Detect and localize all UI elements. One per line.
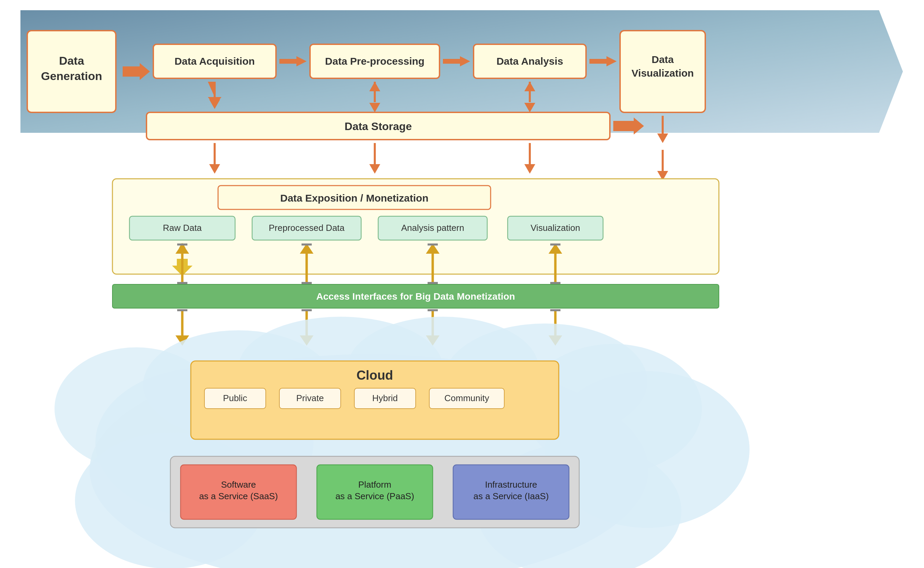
svg-text:as a Service (PaaS): as a Service (PaaS) <box>335 491 414 501</box>
raw-data-label: Raw Data <box>163 223 202 233</box>
cloud-private-label: Private <box>296 393 324 403</box>
svg-rect-71 <box>550 309 561 311</box>
svg-rect-65 <box>301 309 312 311</box>
svg-rect-47 <box>177 282 188 284</box>
svg-rect-46 <box>177 243 188 246</box>
data-storage-label: Data Storage <box>345 120 411 133</box>
data-generation-label: Data <box>59 54 85 67</box>
data-acquisition-label: Data Acquisition <box>174 56 255 67</box>
svg-rect-54 <box>428 243 438 246</box>
saas-label: Software <box>221 479 256 490</box>
svg-rect-58 <box>550 243 561 246</box>
svg-text:Visualization: Visualization <box>632 67 694 79</box>
svg-text:as a Service (IaaS): as a Service (IaaS) <box>473 491 549 501</box>
svg-marker-22 <box>657 133 668 143</box>
svg-rect-62 <box>177 309 188 311</box>
paas-label: Platform <box>358 479 392 490</box>
svg-rect-50 <box>301 243 312 246</box>
analysis-pattern-label: Analysis pattern <box>401 223 464 233</box>
svg-text:as a Service (SaaS): as a Service (SaaS) <box>199 491 278 501</box>
exposition-title-label: Data Exposition / Monetization <box>280 192 428 204</box>
svg-rect-68 <box>428 309 438 311</box>
data-visualization-top-label: Data <box>652 54 674 65</box>
svg-text:Generation: Generation <box>41 69 102 82</box>
svg-rect-59 <box>550 282 561 284</box>
cloud-hybrid-label: Hybrid <box>372 393 398 403</box>
svg-marker-28 <box>369 164 380 174</box>
data-analysis-label: Data Analysis <box>496 56 563 67</box>
cloud-title-label: Cloud <box>356 368 393 382</box>
iaas-label: Infrastructure <box>485 479 537 490</box>
svg-marker-26 <box>209 164 220 174</box>
svg-rect-55 <box>428 282 438 284</box>
preprocessed-data-label: Preprocessed Data <box>269 223 345 233</box>
access-interfaces-label: Access Interfaces for Big Data Monetizat… <box>316 291 515 302</box>
cloud-public-label: Public <box>223 393 247 403</box>
cloud-community-label: Community <box>444 393 489 403</box>
svg-rect-51 <box>301 282 312 284</box>
data-preprocessing-label: Data Pre-processing <box>325 56 425 67</box>
visualization-label: Visualization <box>531 223 580 233</box>
svg-marker-30 <box>524 164 535 174</box>
